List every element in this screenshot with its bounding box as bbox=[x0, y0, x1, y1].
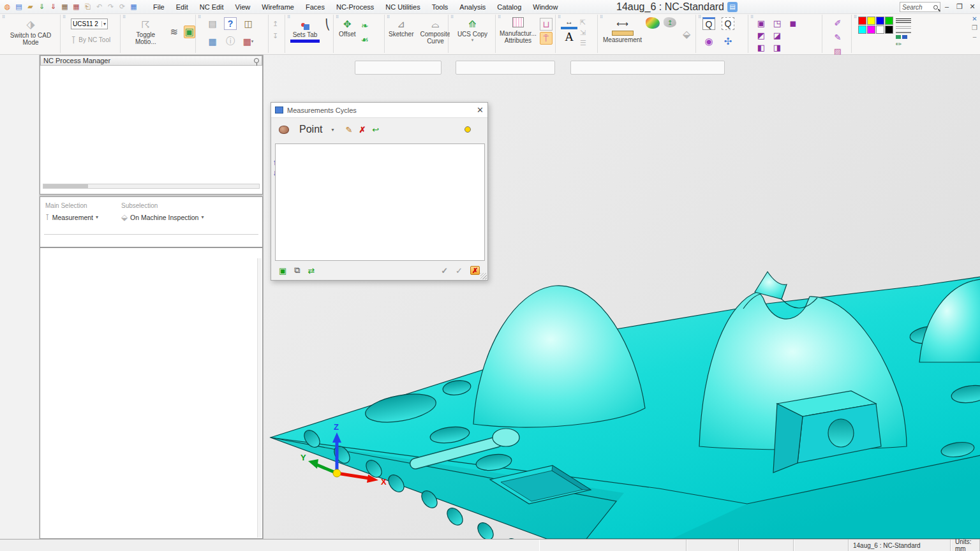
color-swatch[interactable] bbox=[867, 17, 875, 25]
blue-chip-icon[interactable] bbox=[902, 35, 907, 39]
cycle-type-select[interactable]: Point▾ bbox=[299, 124, 334, 135]
shaded-cube-icon[interactable]: ▣ bbox=[184, 26, 195, 38]
menu-wireframe[interactable]: Wireframe bbox=[256, 1, 300, 13]
tool-box-icon[interactable]: ⊔ bbox=[540, 18, 553, 31]
grid-editor-icon[interactable]: ▦ bbox=[129, 2, 138, 11]
leader-tool-icon[interactable]: ⇲ bbox=[580, 29, 586, 37]
minimize-button[interactable]: – bbox=[940, 1, 953, 12]
ucs-select[interactable]: UCS11 2▾ bbox=[71, 18, 108, 29]
sketcher-button[interactable]: ⊿ Sketcher bbox=[389, 18, 413, 45]
capture-icon[interactable]: ▦ bbox=[60, 2, 70, 11]
gray-surface-icon[interactable]: ↥ bbox=[664, 17, 676, 27]
reorder-cycles-icon[interactable]: ⇄ bbox=[308, 266, 315, 276]
brush-2-icon[interactable]: ✎ bbox=[831, 31, 844, 43]
squiggle-icon[interactable]: ⎝ bbox=[322, 18, 333, 31]
measurement-button[interactable]: ⟷ Measurement bbox=[603, 17, 642, 43]
scrollbar-thumb[interactable] bbox=[43, 184, 88, 188]
panel-minimize-icon[interactable]: – bbox=[972, 33, 977, 40]
nc-process-manager-header[interactable]: NC Process Manager bbox=[40, 55, 262, 66]
bulb-layers-icon[interactable]: ≋ bbox=[168, 26, 180, 38]
line-style-gray-icon[interactable] bbox=[896, 26, 911, 30]
color-swatch[interactable] bbox=[876, 26, 884, 34]
spacing-down-icon[interactable]: ↧ bbox=[272, 32, 285, 40]
main-selection-select[interactable]: ⊺ Measurement ▾ bbox=[45, 212, 98, 222]
toggle-motion-button[interactable]: ☈ Toggle Motio... bbox=[127, 18, 165, 45]
menu-edit[interactable]: Edit bbox=[170, 1, 194, 13]
spacing-up-icon[interactable]: ↥ bbox=[272, 20, 285, 28]
cube-view-5-icon[interactable]: ◪ bbox=[771, 29, 783, 41]
menu-analysis[interactable]: Analysis bbox=[454, 1, 491, 13]
open-folder-icon[interactable]: ▰ bbox=[26, 2, 35, 11]
clipboard-icon[interactable]: ⎗ bbox=[83, 2, 93, 11]
distance-icon[interactable]: ↔ bbox=[565, 17, 573, 26]
dialog-titlebar[interactable]: Measurements Cycles ✕ bbox=[271, 103, 487, 118]
zoom-object-icon[interactable]: ◉ bbox=[702, 35, 715, 48]
menu-nc-edit[interactable]: NC Edit bbox=[194, 1, 230, 13]
switch-to-cad-mode-button[interactable]: ⬗ Switch to CAD Mode bbox=[1, 15, 60, 46]
sets-tab-button[interactable]: Sets Tab bbox=[290, 18, 320, 43]
search-input[interactable]: Search bbox=[900, 2, 940, 12]
table-icon[interactable]: ▦ bbox=[206, 35, 219, 48]
restore-button[interactable]: ❐ bbox=[953, 1, 966, 12]
zoom-region-icon[interactable]: Q bbox=[722, 17, 734, 30]
ucs-copy-button[interactable]: ⟰ UCS Copy ▾ bbox=[450, 15, 495, 43]
menu-file[interactable]: File bbox=[147, 1, 170, 13]
tool-highlight-icon[interactable]: ⍑ bbox=[540, 32, 553, 45]
text-tool-icon[interactable]: A bbox=[565, 30, 574, 44]
menu-faces[interactable]: Faces bbox=[300, 1, 330, 13]
table-export-icon[interactable]: ▦▾ bbox=[242, 35, 255, 48]
panel-restore-icon[interactable]: ❐ bbox=[972, 24, 977, 31]
horizontal-scrollbar[interactable] bbox=[43, 184, 260, 189]
color-swatch[interactable] bbox=[885, 17, 893, 25]
note-lines-icon[interactable]: ☰ bbox=[580, 39, 586, 47]
add-edit-point-icon[interactable]: ✎ bbox=[345, 125, 352, 135]
dim-tool-icon[interactable]: ⇱ bbox=[580, 18, 586, 27]
pin-icon[interactable] bbox=[254, 58, 259, 63]
pan-hand-icon[interactable]: ✣ bbox=[722, 35, 734, 48]
panel-close-icon[interactable]: ✕ bbox=[972, 15, 977, 22]
cube-view-3-icon[interactable]: ◼ bbox=[787, 17, 799, 29]
color-swatch[interactable] bbox=[876, 17, 884, 25]
cube-view-7-icon[interactable]: ◨ bbox=[771, 41, 783, 54]
menu-window[interactable]: Window bbox=[527, 1, 563, 13]
redo-icon[interactable]: ↷ bbox=[106, 2, 115, 11]
color-swatch[interactable] bbox=[885, 26, 893, 34]
color-swatch[interactable] bbox=[867, 26, 875, 34]
manufacturing-attributes-button[interactable]: Manufactur...Attributes bbox=[500, 17, 537, 45]
capture-red-icon[interactable]: ▦ bbox=[71, 2, 81, 11]
menu-view[interactable]: View bbox=[230, 1, 256, 13]
menu-tools[interactable]: Tools bbox=[426, 1, 454, 13]
cube-view-6-icon[interactable]: ◧ bbox=[755, 41, 768, 54]
cube-view-4-icon[interactable]: ◩ bbox=[755, 29, 768, 41]
dropper-icon[interactable]: ✏ bbox=[896, 40, 911, 48]
close-button[interactable]: ✕ bbox=[966, 1, 979, 12]
dialog-resize-grip[interactable] bbox=[480, 273, 487, 279]
offset-button[interactable]: ✥ Offset bbox=[339, 18, 356, 46]
select-all-icon[interactable]: ▣ bbox=[279, 266, 286, 276]
search-icon[interactable] bbox=[933, 5, 938, 10]
rainbow-surface-icon[interactable] bbox=[646, 17, 660, 29]
line-style-solid-icon[interactable] bbox=[896, 18, 911, 24]
cimatron-logo-icon[interactable]: ◍ bbox=[3, 2, 12, 11]
cube-view-2-icon[interactable]: ◳ bbox=[771, 17, 783, 29]
list-icon[interactable]: ▤ bbox=[206, 17, 219, 30]
exit-icon[interactable]: ✗ bbox=[470, 266, 480, 275]
by-nc-tool-button[interactable]: ⊺ By NC Tool bbox=[71, 34, 120, 46]
probe-head-icon[interactable] bbox=[279, 126, 289, 134]
green-chip-icon[interactable] bbox=[896, 35, 901, 39]
subselection-select[interactable]: ⬙ On Machine Inspection ▾ bbox=[121, 212, 204, 222]
surface-offset-icon[interactable]: ❧ bbox=[359, 19, 371, 32]
undo-icon[interactable]: ↶ bbox=[94, 2, 104, 11]
line-style-dash-icon[interactable] bbox=[896, 32, 911, 33]
pick-point-icon[interactable]: ↩ bbox=[372, 125, 379, 135]
brush-1-icon[interactable]: ✐ bbox=[831, 17, 844, 29]
help-icon[interactable]: ? bbox=[224, 17, 237, 30]
show-points-bulb-icon[interactable] bbox=[464, 126, 471, 133]
apply-icon[interactable]: ✓ bbox=[456, 266, 463, 276]
ok-icon[interactable]: ✓ bbox=[441, 266, 448, 276]
info-icon[interactable]: ⓘ bbox=[224, 35, 237, 48]
dialog-close-icon[interactable]: ✕ bbox=[477, 105, 484, 115]
delete-point-icon[interactable]: ✗ bbox=[359, 125, 366, 135]
menu-nc-utilities[interactable]: NC Utilities bbox=[380, 1, 426, 13]
composite-curve-button[interactable]: ⌓ Composite Curve bbox=[417, 18, 453, 45]
